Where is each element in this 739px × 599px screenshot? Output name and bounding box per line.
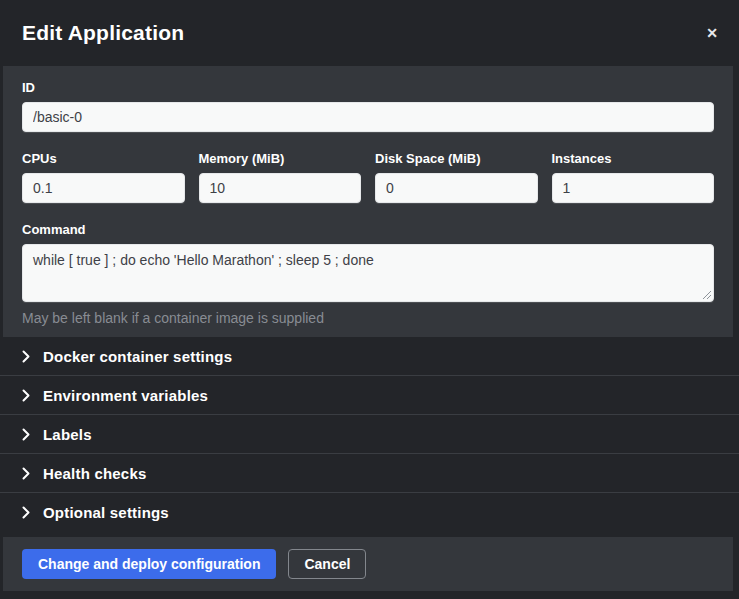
section-label: Labels xyxy=(43,426,92,443)
resource-fields-row: CPUs Memory (MiB) Disk Space (MiB) Insta… xyxy=(22,151,714,203)
id-label: ID xyxy=(22,80,714,95)
cpus-label: CPUs xyxy=(22,151,185,166)
memory-input[interactable] xyxy=(199,173,362,203)
command-textarea-wrap: while [ true ] ; do echo 'Hello Marathon… xyxy=(22,244,714,302)
chevron-right-icon xyxy=(22,467,30,480)
form-panel: ID CPUs Memory (MiB) Disk Space (MiB) In… xyxy=(3,66,733,337)
instances-label: Instances xyxy=(552,151,715,166)
command-textarea[interactable]: while [ true ] ; do echo 'Hello Marathon… xyxy=(22,244,714,302)
disk-label: Disk Space (MiB) xyxy=(375,151,538,166)
section-health-checks[interactable]: Health checks xyxy=(0,454,739,493)
section-label: Environment variables xyxy=(43,387,208,404)
close-icon[interactable]: ✕ xyxy=(702,22,722,44)
id-field-group: ID xyxy=(22,80,714,132)
modal-header: Edit Application ✕ xyxy=(0,0,739,66)
chevron-right-icon xyxy=(22,389,30,402)
section-labels[interactable]: Labels xyxy=(0,415,739,454)
memory-field-group: Memory (MiB) xyxy=(199,151,362,203)
cancel-button[interactable]: Cancel xyxy=(288,549,366,579)
edit-application-modal: Edit Application ✕ ID CPUs Memory (MiB) … xyxy=(0,0,739,599)
command-field-group: Command while [ true ] ; do echo 'Hello … xyxy=(22,222,714,326)
memory-label: Memory (MiB) xyxy=(199,151,362,166)
disk-field-group: Disk Space (MiB) xyxy=(375,151,538,203)
collapsible-sections: Docker container settings Environment va… xyxy=(0,337,739,537)
cpus-field-group: CPUs xyxy=(22,151,185,203)
section-label: Docker container settings xyxy=(43,348,232,365)
change-and-deploy-button[interactable]: Change and deploy configuration xyxy=(22,549,276,579)
modal-footer: Change and deploy configuration Cancel xyxy=(3,537,733,591)
chevron-right-icon xyxy=(22,350,30,363)
modal-title: Edit Application xyxy=(22,21,184,45)
section-label: Health checks xyxy=(43,465,146,482)
section-environment-variables[interactable]: Environment variables xyxy=(0,376,739,415)
instances-input[interactable] xyxy=(552,173,715,203)
section-optional-settings[interactable]: Optional settings xyxy=(0,493,739,532)
section-label: Optional settings xyxy=(43,504,169,521)
chevron-right-icon xyxy=(22,506,30,519)
cpus-input[interactable] xyxy=(22,173,185,203)
command-help-text: May be left blank if a container image i… xyxy=(22,310,714,326)
instances-field-group: Instances xyxy=(552,151,715,203)
id-input[interactable] xyxy=(22,102,714,132)
section-docker-container-settings[interactable]: Docker container settings xyxy=(0,337,739,376)
command-label: Command xyxy=(22,222,714,237)
chevron-right-icon xyxy=(22,428,30,441)
disk-input[interactable] xyxy=(375,173,538,203)
